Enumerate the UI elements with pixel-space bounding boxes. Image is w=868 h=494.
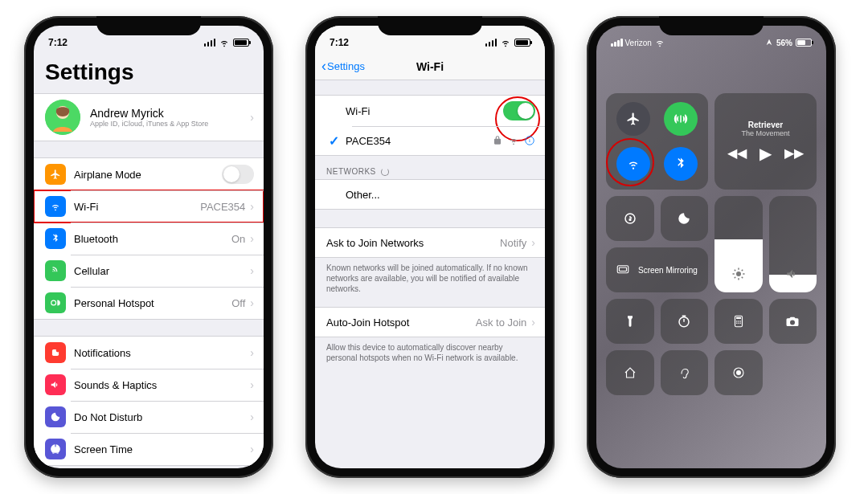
bluetooth-label: Bluetooth xyxy=(74,233,231,245)
time: 7:12 xyxy=(330,37,349,48)
volume-icon xyxy=(769,267,817,284)
svg-point-28 xyxy=(736,320,738,322)
chevron-icon: › xyxy=(250,264,254,277)
back-button[interactable]: ‹ Settings xyxy=(321,58,365,75)
music-title: Retriever xyxy=(748,120,783,129)
phone-wifi: 7:12 ‹ Settings Wi-Fi Wi-Fi ✓ PAC xyxy=(305,16,555,478)
bluetooth-icon xyxy=(674,157,688,171)
network-name: PACE354 xyxy=(346,135,492,147)
wifi-toggle[interactable] xyxy=(616,147,650,181)
wifi-strength-icon xyxy=(508,135,519,146)
next-button[interactable]: ▶▶ xyxy=(784,145,804,161)
cellular-toggle[interactable] xyxy=(664,102,698,136)
ear-icon xyxy=(677,365,691,380)
calculator-icon xyxy=(731,314,746,329)
dnd-cell[interactable]: Do Not Disturb › xyxy=(34,401,264,433)
svg-point-35 xyxy=(736,370,741,375)
svg-point-30 xyxy=(739,320,741,322)
battery-icon xyxy=(514,39,530,47)
record-icon xyxy=(731,365,746,380)
chevron-icon: › xyxy=(250,296,254,309)
info-icon[interactable]: i xyxy=(524,135,535,146)
sounds-cell[interactable]: Sounds & Haptics › xyxy=(34,369,264,401)
profile-cell[interactable]: Andrew Myrick Apple ID, iCloud, iTunes &… xyxy=(34,94,264,141)
svg-rect-22 xyxy=(620,267,627,271)
calculator-tile[interactable] xyxy=(714,299,763,344)
connectivity-tile[interactable] xyxy=(606,93,708,190)
connected-network-cell[interactable]: ✓ PACE354 i xyxy=(315,126,545,155)
wifi-icon xyxy=(45,196,66,217)
brightness-slider[interactable] xyxy=(714,196,763,292)
flashlight-icon xyxy=(623,314,637,329)
wifi-cell[interactable]: Wi-Fi PACE354 › xyxy=(34,190,264,223)
chevron-icon: › xyxy=(531,236,535,249)
svg-line-19 xyxy=(735,277,736,279)
battery-icon xyxy=(233,39,249,47)
home-icon xyxy=(623,365,637,380)
lock-icon xyxy=(492,135,503,146)
battery-icon xyxy=(796,39,812,47)
ask-join-cell[interactable]: Ask to Join Networks Notify › xyxy=(315,228,545,257)
chevron-icon: › xyxy=(250,378,254,391)
bluetooth-cell[interactable]: Bluetooth On › xyxy=(34,223,264,255)
hotspot-label: Personal Hotspot xyxy=(74,297,231,309)
airplane-toggle[interactable] xyxy=(616,102,650,136)
nav-title: Wi-Fi xyxy=(416,60,444,73)
bluetooth-icon xyxy=(45,228,66,249)
airplane-icon xyxy=(626,112,641,126)
timer-icon xyxy=(677,314,691,329)
cellular-label: Cellular xyxy=(74,265,250,277)
notifications-label: Notifications xyxy=(74,347,250,359)
home-tile[interactable] xyxy=(606,350,654,395)
camera-tile[interactable] xyxy=(769,299,817,344)
svg-point-31 xyxy=(736,323,738,325)
time: 7:12 xyxy=(48,37,68,48)
wifi-icon xyxy=(626,157,641,171)
airplane-toggle[interactable] xyxy=(222,165,254,184)
notch xyxy=(659,16,764,35)
profile-sub: Apple ID, iCloud, iTunes & App Store xyxy=(90,120,250,128)
page-title: Settings xyxy=(34,53,264,93)
play-button[interactable]: ▶ xyxy=(760,144,772,163)
mirroring-icon xyxy=(616,263,630,277)
dnd-tile[interactable] xyxy=(661,196,709,241)
hotspot-cell[interactable]: Personal Hotspot Off › xyxy=(34,287,264,319)
cellular-icon xyxy=(45,260,66,281)
music-tile[interactable]: Retriever The Movement ◀◀ ▶ ▶▶ xyxy=(714,93,817,190)
flashlight-tile[interactable] xyxy=(606,299,654,344)
auto-hotspot-cell[interactable]: Auto-Join Hotspot Ask to Join › xyxy=(315,308,545,337)
checkmark-icon: ✓ xyxy=(326,133,341,149)
wifi-icon xyxy=(654,37,665,48)
bluetooth-value: On xyxy=(231,233,245,245)
dnd-icon xyxy=(45,406,66,427)
music-artist: The Movement xyxy=(741,129,789,137)
airplane-mode-cell[interactable]: Airplane Mode xyxy=(34,158,264,190)
sounds-label: Sounds & Haptics xyxy=(74,379,250,391)
auto-hotspot-value: Ask to Join xyxy=(476,316,527,329)
cellular-signal-icon xyxy=(204,39,216,47)
auto-hotspot-footer: Allow this device to automatically disco… xyxy=(315,337,545,368)
orientation-lock-tile[interactable] xyxy=(606,196,654,241)
wifi-toggle-cell[interactable]: Wi-Fi xyxy=(315,96,545,126)
wifi-label: Wi-Fi xyxy=(74,201,200,213)
cellular-cell[interactable]: Cellular › xyxy=(34,255,264,287)
screentime-cell[interactable]: Screen Time › xyxy=(34,433,264,465)
notch xyxy=(96,16,201,35)
notifications-cell[interactable]: Notifications › xyxy=(34,337,264,369)
prev-button[interactable]: ◀◀ xyxy=(727,145,747,161)
wifi-toggle[interactable] xyxy=(503,101,535,120)
other-network-cell[interactable]: Other... xyxy=(315,180,545,209)
timer-tile[interactable] xyxy=(661,299,709,344)
auto-hotspot-label: Auto-Join Hotspot xyxy=(326,316,476,329)
battery-indicator: 56% xyxy=(765,39,812,47)
chevron-icon: › xyxy=(250,346,254,359)
record-tile[interactable] xyxy=(714,350,763,395)
volume-slider[interactable] xyxy=(769,196,817,292)
svg-point-12 xyxy=(736,271,741,276)
bluetooth-toggle[interactable] xyxy=(664,147,698,181)
back-label: Settings xyxy=(327,60,365,72)
hearing-tile[interactable] xyxy=(661,350,709,395)
spinner-icon xyxy=(381,168,389,176)
chevron-icon: › xyxy=(250,200,254,213)
screen-mirroring-tile[interactable]: Screen Mirroring xyxy=(606,247,708,292)
